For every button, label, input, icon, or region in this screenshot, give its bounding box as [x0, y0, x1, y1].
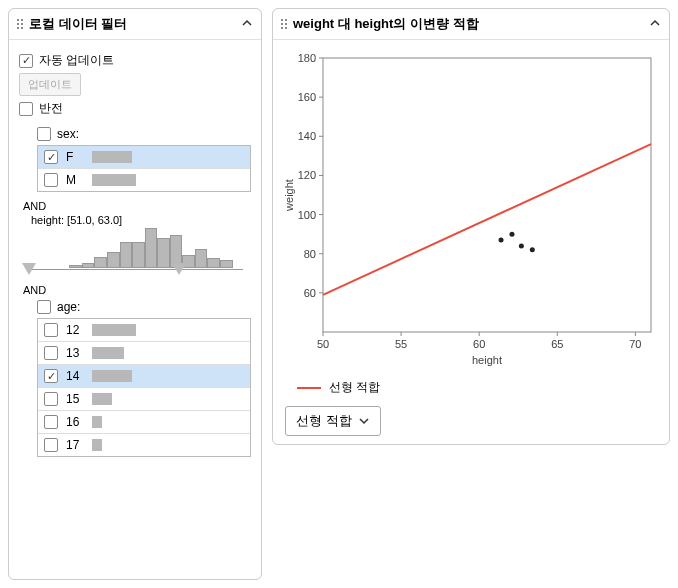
- age-item-bar: [92, 416, 102, 428]
- chart-header: weight 대 height의 이변량 적합: [273, 9, 669, 40]
- auto-update-checkbox[interactable]: [19, 54, 33, 68]
- age-label: age:: [57, 300, 80, 314]
- filter-panel: 로컬 데이터 필터 자동 업데이트 업데이트 반전 sex: F M AND h…: [8, 8, 262, 580]
- chart-title: weight 대 height의 이변량 적합: [293, 15, 479, 33]
- auto-update-label: 자동 업데이트: [39, 52, 114, 69]
- collapse-icon[interactable]: [241, 17, 253, 32]
- svg-point-31: [530, 247, 535, 252]
- sex-item-bar: [92, 151, 132, 163]
- sex-item-bar: [92, 174, 136, 186]
- svg-point-30: [519, 243, 524, 248]
- age-item-checkbox[interactable]: [44, 438, 58, 452]
- age-item-bar: [92, 347, 124, 359]
- age-item-16[interactable]: 16: [38, 411, 250, 434]
- age-item-bar: [92, 324, 136, 336]
- fit-dropdown-label: 선형 적합: [296, 412, 352, 430]
- age-item-label: 13: [66, 346, 84, 360]
- svg-text:weight: weight: [283, 179, 295, 212]
- fit-dropdown[interactable]: 선형 적합: [285, 406, 381, 436]
- age-item-15[interactable]: 15: [38, 388, 250, 411]
- svg-point-28: [499, 238, 504, 243]
- chart-panel: weight 대 height의 이변량 적합 6080100120140160…: [272, 8, 670, 445]
- svg-text:65: 65: [551, 338, 563, 350]
- age-item-checkbox[interactable]: [44, 323, 58, 337]
- svg-text:100: 100: [298, 209, 316, 221]
- sex-item-F[interactable]: F: [38, 146, 250, 169]
- and-label-1: AND: [23, 200, 251, 212]
- age-item-bar: [92, 370, 132, 382]
- age-item-17[interactable]: 17: [38, 434, 250, 456]
- svg-text:60: 60: [304, 287, 316, 299]
- sex-item-label: M: [66, 173, 84, 187]
- age-item-bar: [92, 393, 112, 405]
- filter-header: 로컬 데이터 필터: [9, 9, 261, 40]
- age-item-label: 15: [66, 392, 84, 406]
- age-group-checkbox[interactable]: [37, 300, 51, 314]
- height-range-label: height: [51.0, 63.0]: [31, 214, 251, 226]
- age-item-label: 17: [66, 438, 84, 452]
- svg-text:height: height: [472, 354, 502, 366]
- svg-text:140: 140: [298, 130, 316, 142]
- height-histogram: [27, 228, 243, 276]
- filter-body: 자동 업데이트 업데이트 반전 sex: F M AND height: [51…: [9, 40, 261, 465]
- age-item-bar: [92, 439, 102, 451]
- svg-text:70: 70: [629, 338, 641, 350]
- sex-item-checkbox[interactable]: [44, 173, 58, 187]
- chart-body: 60801001201401601805055606570weightheigh…: [273, 40, 669, 444]
- scatter-chart: 60801001201401601805055606570weightheigh…: [281, 48, 661, 368]
- sex-item-label: F: [66, 150, 84, 164]
- svg-text:160: 160: [298, 91, 316, 103]
- age-item-13[interactable]: 13: [38, 342, 250, 365]
- invert-checkbox[interactable]: [19, 102, 33, 116]
- svg-rect-0: [323, 58, 651, 332]
- svg-text:55: 55: [395, 338, 407, 350]
- svg-line-27: [323, 144, 651, 295]
- collapse-icon[interactable]: [649, 17, 661, 32]
- age-item-checkbox[interactable]: [44, 415, 58, 429]
- chevron-down-icon: [358, 415, 370, 427]
- sex-listbox: F M: [37, 145, 251, 192]
- age-item-label: 12: [66, 323, 84, 337]
- sex-item-checkbox[interactable]: [44, 150, 58, 164]
- legend-label: 선형 적합: [329, 379, 380, 396]
- grip-icon[interactable]: [17, 19, 23, 29]
- svg-text:180: 180: [298, 52, 316, 64]
- update-button[interactable]: 업데이트: [19, 73, 81, 96]
- age-item-14[interactable]: 14: [38, 365, 250, 388]
- height-slider[interactable]: [27, 266, 243, 274]
- age-item-12[interactable]: 12: [38, 319, 250, 342]
- age-item-checkbox[interactable]: [44, 369, 58, 383]
- legend-line-icon: [297, 387, 321, 389]
- svg-text:50: 50: [317, 338, 329, 350]
- age-listbox: 12 13 14 15 16 17: [37, 318, 251, 457]
- grip-icon[interactable]: [281, 19, 287, 29]
- legend: 선형 적합: [297, 379, 661, 396]
- sex-item-M[interactable]: M: [38, 169, 250, 191]
- svg-text:120: 120: [298, 169, 316, 181]
- svg-text:60: 60: [473, 338, 485, 350]
- slider-handle-left[interactable]: [22, 263, 36, 275]
- svg-text:80: 80: [304, 248, 316, 260]
- age-item-label: 16: [66, 415, 84, 429]
- sex-label: sex:: [57, 127, 79, 141]
- age-item-checkbox[interactable]: [44, 346, 58, 360]
- svg-point-29: [509, 232, 514, 237]
- invert-label: 반전: [39, 100, 63, 117]
- age-item-checkbox[interactable]: [44, 392, 58, 406]
- age-item-label: 14: [66, 369, 84, 383]
- filter-title: 로컬 데이터 필터: [29, 15, 127, 33]
- and-label-2: AND: [23, 284, 251, 296]
- slider-handle-right[interactable]: [172, 263, 186, 275]
- sex-group-checkbox[interactable]: [37, 127, 51, 141]
